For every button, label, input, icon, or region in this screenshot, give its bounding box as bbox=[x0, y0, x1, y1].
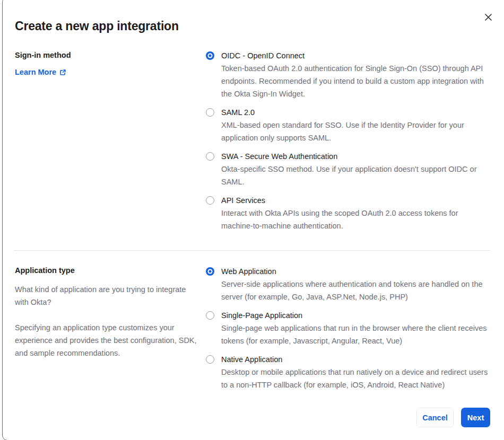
radio-option-api-services[interactable]: API Services Interact with Okta APIs usi… bbox=[206, 195, 491, 232]
radio-option-swa[interactable]: SWA - Secure Web Authentication Okta-spe… bbox=[206, 151, 491, 188]
option-description: Token-based OAuth 2.0 authentication for… bbox=[221, 62, 491, 100]
option-description: Server-side applications where authentic… bbox=[221, 278, 491, 303]
radio-option-native-application[interactable]: Native Application Desktop or mobile app… bbox=[206, 354, 491, 391]
option-label: SAML 2.0 bbox=[221, 107, 491, 118]
close-icon bbox=[484, 13, 492, 21]
option-label: Native Application bbox=[221, 354, 491, 365]
radio-selected-icon[interactable] bbox=[206, 267, 214, 276]
option-description: Single-page web applications that run in… bbox=[221, 322, 491, 347]
signin-method-column: Sign-in method Learn More bbox=[15, 50, 199, 77]
application-type-column: Application type What kind of applicatio… bbox=[15, 265, 199, 359]
application-type-question: What kind of application are you trying … bbox=[15, 283, 199, 309]
option-description: XML-based open standard for SSO. Use if … bbox=[221, 119, 491, 144]
radio-unselected-icon[interactable] bbox=[206, 311, 214, 320]
radio-unselected-icon[interactable] bbox=[206, 108, 214, 117]
application-type-explanation: Specifying an application type customize… bbox=[15, 321, 199, 359]
radio-unselected-icon[interactable] bbox=[206, 355, 214, 364]
radio-option-single-page-application[interactable]: Single-Page Application Single-page web … bbox=[206, 310, 491, 347]
learn-more-label: Learn More bbox=[15, 68, 56, 76]
radio-selected-icon[interactable] bbox=[206, 51, 214, 60]
signin-method-options: OIDC - OpenID Connect Token-based OAuth … bbox=[206, 50, 491, 239]
radio-option-oidc[interactable]: OIDC - OpenID Connect Token-based OAuth … bbox=[206, 50, 491, 100]
option-label: OIDC - OpenID Connect bbox=[221, 50, 491, 61]
close-button[interactable] bbox=[481, 10, 496, 24]
next-button[interactable]: Next bbox=[461, 408, 490, 427]
option-label: SWA - Secure Web Authentication bbox=[221, 151, 491, 162]
application-type-options: Web Application Server-side applications… bbox=[206, 266, 491, 398]
learn-more-link[interactable]: Learn More bbox=[15, 68, 66, 76]
section-divider bbox=[14, 250, 490, 251]
radio-option-saml[interactable]: SAML 2.0 XML-based open standard for SSO… bbox=[206, 107, 491, 144]
signin-method-heading: Sign-in method bbox=[15, 50, 199, 60]
option-description: Okta-specific SSO method. Use if your ap… bbox=[221, 163, 491, 188]
radio-unselected-icon[interactable] bbox=[206, 152, 214, 161]
option-description: Desktop or mobile applications that run … bbox=[221, 366, 491, 391]
option-label: Web Application bbox=[221, 266, 491, 277]
option-label: API Services bbox=[221, 195, 491, 206]
external-link-icon bbox=[59, 69, 66, 76]
cancel-button[interactable]: Cancel bbox=[416, 408, 454, 427]
radio-unselected-icon[interactable] bbox=[206, 196, 214, 205]
option-description: Interact with Okta APIs using the scoped… bbox=[221, 207, 491, 232]
page-title: Create a new app integration bbox=[15, 19, 179, 33]
application-type-heading: Application type bbox=[15, 265, 199, 276]
option-label: Single-Page Application bbox=[221, 310, 491, 321]
radio-option-web-application[interactable]: Web Application Server-side applications… bbox=[206, 266, 491, 303]
